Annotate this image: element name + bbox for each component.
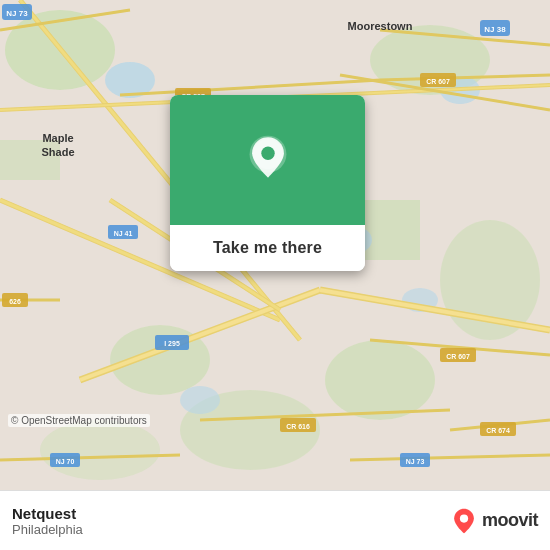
moovit-logo: moovit [450,507,538,535]
card-map-area [170,95,365,225]
location-name: Netquest [12,505,83,522]
svg-point-68 [460,514,468,522]
svg-text:I 295: I 295 [164,340,180,347]
svg-text:Shade: Shade [41,146,74,158]
bottom-location-info: Netquest Philadelphia [12,505,83,537]
location-city: Philadelphia [12,522,83,537]
map-attribution: © OpenStreetMap contributors [8,414,150,427]
moovit-pin-icon [450,507,478,535]
svg-text:Moorestown: Moorestown [348,20,413,32]
location-card: Take me there [170,95,365,271]
map-container: NJ 73 NJ 38 CR 537 CR 607 I 295 NJ 41 62… [0,0,550,490]
svg-text:NJ 70: NJ 70 [56,458,75,465]
svg-text:CR 607: CR 607 [426,78,450,85]
location-pin-icon [242,134,294,186]
moovit-brand-name: moovit [482,510,538,531]
svg-text:CR 674: CR 674 [486,427,510,434]
bottom-bar: Netquest Philadelphia moovit [0,490,550,550]
svg-text:CR 607: CR 607 [446,353,470,360]
svg-point-5 [325,340,435,420]
svg-point-67 [261,147,274,160]
svg-text:Maple: Maple [42,132,73,144]
svg-text:CR 616: CR 616 [286,423,310,430]
svg-text:NJ 73: NJ 73 [406,458,425,465]
svg-text:NJ 73: NJ 73 [6,9,28,18]
take-me-there-button[interactable]: Take me there [170,225,365,271]
svg-point-14 [180,386,220,414]
svg-text:626: 626 [9,298,21,305]
svg-text:NJ 41: NJ 41 [114,230,133,237]
svg-point-9 [40,420,160,480]
svg-text:NJ 38: NJ 38 [484,25,506,34]
